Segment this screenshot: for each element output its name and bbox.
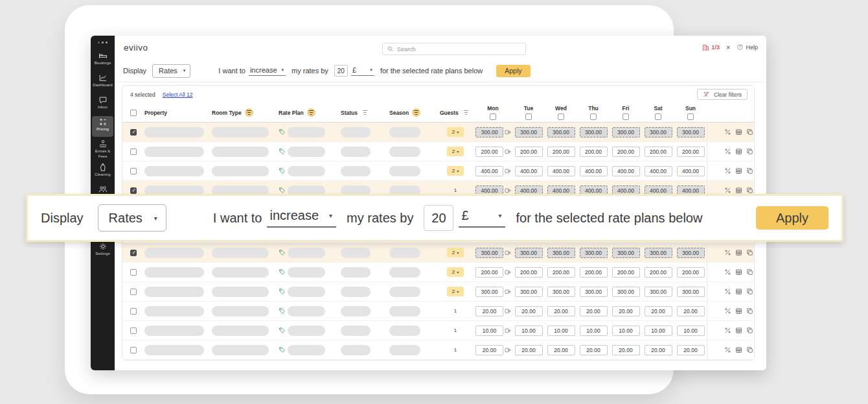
filter-icon[interactable] (462, 108, 470, 117)
bulk-adjust-icon[interactable] (724, 307, 731, 315)
copy-across-icon[interactable] (505, 307, 512, 315)
rate-input[interactable]: 200.00 (515, 147, 543, 157)
copy-across-icon[interactable] (505, 187, 512, 194)
rate-input[interactable]: 20.00 (612, 306, 640, 316)
calendar-grid-icon[interactable] (735, 167, 742, 174)
rate-input[interactable]: 400.00 (645, 166, 672, 176)
rate-input[interactable]: 200.00 (580, 267, 608, 278)
rate-input[interactable]: 300.00 (547, 127, 575, 137)
copy-icon[interactable] (746, 327, 753, 334)
calendar-grid-icon[interactable] (735, 148, 742, 155)
rate-input[interactable]: 300.00 (645, 248, 672, 258)
rate-input[interactable]: 20.00 (677, 345, 705, 355)
filter-icon[interactable] (412, 108, 420, 117)
rate-input[interactable]: 10.00 (645, 326, 672, 336)
guests-dropdown[interactable]: 2▾ (447, 166, 464, 176)
guests-dropdown[interactable]: 2▾ (447, 127, 464, 137)
calendar-grid-icon[interactable] (735, 187, 742, 194)
rate-input[interactable]: 200.00 (580, 147, 608, 157)
rate-input[interactable]: 400.00 (612, 166, 640, 176)
rate-input[interactable]: 300.00 (515, 127, 543, 137)
day-select-checkbox[interactable] (687, 113, 694, 120)
rate-input[interactable]: 300.00 (515, 248, 543, 258)
filter-icon[interactable] (307, 108, 315, 117)
guests-dropdown[interactable]: 2▾ (447, 147, 464, 156)
apply-button[interactable]: Apply (756, 206, 828, 230)
currency-select[interactable]: £▾ (351, 66, 374, 76)
sidebar-item-bookings[interactable]: Bookings (92, 50, 113, 71)
rate-input[interactable]: 300.00 (475, 287, 503, 297)
bulk-adjust-icon[interactable] (724, 249, 731, 256)
rate-input[interactable]: 200.00 (677, 267, 705, 278)
rate-input[interactable]: 200.00 (475, 147, 503, 157)
clear-filters-button[interactable]: Clear filters (697, 89, 748, 100)
rate-input[interactable]: 10.00 (515, 326, 543, 336)
calendar-grid-icon[interactable] (735, 128, 742, 136)
row-checkbox[interactable] (130, 168, 137, 174)
rate-input[interactable]: 300.00 (645, 127, 672, 137)
bulk-adjust-icon[interactable] (724, 346, 731, 353)
rate-input[interactable]: 10.00 (612, 326, 640, 336)
copy-across-icon[interactable] (505, 346, 512, 353)
filter-icon[interactable] (361, 108, 369, 117)
bulk-adjust-icon[interactable] (724, 128, 731, 136)
copy-icon[interactable] (746, 249, 753, 256)
apply-button[interactable]: Apply (496, 65, 530, 77)
row-checkbox[interactable] (130, 347, 137, 353)
copy-icon[interactable] (746, 187, 753, 194)
rate-input[interactable]: 20.00 (475, 306, 503, 316)
rate-input[interactable]: 300.00 (677, 127, 705, 137)
rate-input[interactable]: 20.00 (515, 345, 543, 355)
rate-input[interactable]: 10.00 (580, 326, 608, 336)
rate-input[interactable]: 10.00 (475, 326, 503, 336)
sidebar-item-dashboard[interactable]: Dashboard (92, 72, 113, 93)
display-select[interactable]: Rates▾ (98, 204, 166, 232)
rate-input[interactable]: 200.00 (645, 267, 672, 278)
sidebar-item-pricing[interactable]: Pricing (92, 116, 113, 137)
close-icon[interactable]: × (726, 43, 730, 51)
copy-across-icon[interactable] (505, 148, 512, 155)
copy-across-icon[interactable] (505, 288, 512, 295)
calendar-grid-icon[interactable] (735, 249, 742, 256)
rate-input[interactable]: 300.00 (475, 248, 503, 258)
guests-dropdown[interactable]: 2▾ (447, 287, 464, 296)
copy-icon[interactable] (746, 346, 753, 353)
sidebar-item-cleaning[interactable]: Cleaning (92, 161, 113, 182)
select-all-checkbox[interactable] (130, 110, 137, 116)
action-select[interactable]: increase▾ (249, 66, 286, 76)
rate-input[interactable]: 400.00 (475, 166, 503, 176)
calendar-grid-icon[interactable] (735, 327, 742, 334)
rate-input[interactable]: 200.00 (547, 267, 575, 278)
bulk-adjust-icon[interactable] (724, 187, 731, 194)
rate-input[interactable]: 20.00 (612, 345, 640, 355)
row-checkbox[interactable] (130, 187, 137, 194)
calendar-grid-icon[interactable] (735, 268, 742, 276)
row-checkbox[interactable] (130, 289, 137, 295)
rate-input[interactable]: 300.00 (475, 127, 503, 137)
copy-icon[interactable] (746, 288, 753, 295)
day-select-checkbox[interactable] (655, 113, 661, 120)
amount-input[interactable]: 20 (424, 205, 453, 231)
rate-input[interactable]: 400.00 (515, 166, 543, 176)
calendar-grid-icon[interactable] (735, 288, 742, 295)
rate-input[interactable]: 300.00 (547, 287, 575, 297)
copy-icon[interactable] (746, 268, 753, 276)
row-checkbox[interactable] (130, 250, 137, 256)
copy-icon[interactable] (746, 128, 753, 136)
search-box[interactable] (382, 43, 526, 55)
rate-input[interactable]: 300.00 (547, 248, 575, 258)
bulk-adjust-icon[interactable] (724, 148, 731, 155)
row-checkbox[interactable] (130, 327, 137, 334)
copy-across-icon[interactable] (505, 327, 512, 334)
copy-across-icon[interactable] (505, 268, 512, 276)
amount-input[interactable]: 20 (334, 65, 348, 77)
currency-select[interactable]: £▾ (459, 208, 505, 228)
rate-input[interactable]: 300.00 (612, 287, 640, 297)
rate-input[interactable]: 200.00 (475, 267, 503, 278)
bulk-adjust-icon[interactable] (724, 268, 731, 276)
copy-icon[interactable] (746, 148, 753, 155)
copy-icon[interactable] (746, 167, 753, 174)
rate-input[interactable]: 200.00 (612, 147, 640, 157)
rate-input[interactable]: 200.00 (547, 147, 575, 157)
rate-input[interactable]: 20.00 (475, 345, 503, 355)
